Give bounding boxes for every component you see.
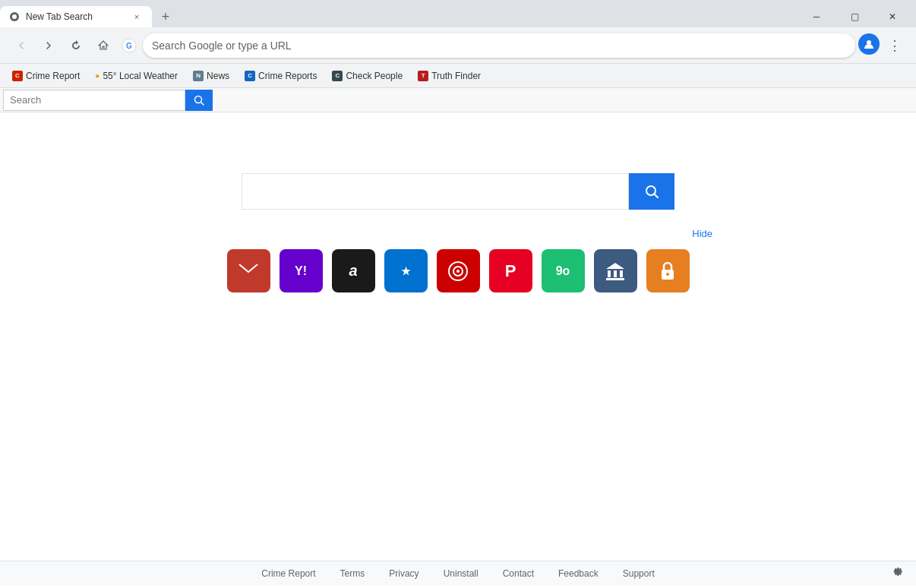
minimize-button[interactable]: ─ xyxy=(799,6,834,27)
tab-favicon xyxy=(9,11,20,22)
browser-menu-button[interactable]: ⋮ xyxy=(883,33,907,58)
account-button[interactable] xyxy=(858,33,880,55)
walmart-text: ★ xyxy=(401,265,411,277)
news-icon: N xyxy=(193,71,204,81)
svg-rect-13 xyxy=(614,270,617,277)
new-tab-button[interactable]: + xyxy=(155,6,176,27)
shortcut-fiverr[interactable]: 9o xyxy=(542,249,585,292)
center-search-input[interactable] xyxy=(242,173,629,210)
address-bar-text: Search Google or type a URL xyxy=(152,40,846,52)
footer-terms[interactable]: Terms xyxy=(340,568,365,579)
shortcut-bank[interactable] xyxy=(594,249,637,292)
bookmark-check-people[interactable]: C Check People xyxy=(326,68,409,84)
bookmark-truth-finder[interactable]: T Truth Finder xyxy=(412,68,487,84)
center-search-button[interactable] xyxy=(629,173,674,210)
back-button[interactable] xyxy=(9,33,33,58)
svg-point-18 xyxy=(666,273,669,276)
tab-close-button[interactable]: × xyxy=(131,11,143,23)
maximize-button[interactable]: ▢ xyxy=(837,6,872,27)
bookmark-news-label: News xyxy=(207,71,229,81)
center-search-container xyxy=(242,173,674,210)
tab-bar: New Tab Search × + ─ ▢ ✕ xyxy=(0,0,916,27)
bookmarks-bar: C Crime Report ● 55° Local Weather N New… xyxy=(0,64,916,88)
center-search-icon xyxy=(644,184,659,199)
truth-finder-icon: T xyxy=(418,71,428,81)
close-button[interactable]: ✕ xyxy=(875,6,910,27)
footer-feedback[interactable]: Feedback xyxy=(558,568,599,579)
svg-line-8 xyxy=(655,194,659,198)
yahoo-text: Y! xyxy=(295,264,307,278)
fiverr-text: 9o xyxy=(556,264,570,278)
browser-chrome: New Tab Search × + ─ ▢ ✕ G xyxy=(0,0,916,88)
search-icon xyxy=(194,95,204,106)
svg-line-6 xyxy=(201,102,204,105)
footer-privacy[interactable]: Privacy xyxy=(389,568,419,579)
active-tab[interactable]: New Tab Search × xyxy=(0,6,152,27)
footer-crime-report[interactable]: Crime Report xyxy=(261,568,315,579)
pinterest-text: P xyxy=(505,261,516,281)
svg-point-1 xyxy=(12,14,17,19)
nav-bar: G Search Google or type a URL ⋮ xyxy=(0,27,916,64)
settings-icon[interactable] xyxy=(889,564,904,579)
home-button[interactable] xyxy=(91,33,115,58)
bookmark-news[interactable]: N News xyxy=(187,68,235,84)
bookmark-truth-finder-label: Truth Finder xyxy=(431,71,481,81)
tab-title: New Tab Search xyxy=(26,11,125,22)
bookmark-crime-reports[interactable]: C Crime Reports xyxy=(238,68,323,84)
address-bar[interactable]: Search Google or type a URL xyxy=(143,33,855,58)
forward-button[interactable] xyxy=(36,33,61,58)
footer-uninstall[interactable]: Uninstall xyxy=(444,568,479,579)
bookmark-local-weather[interactable]: ● 55° Local Weather xyxy=(89,68,184,84)
footer-support[interactable]: Support xyxy=(623,568,655,579)
nav-right-buttons: ⋮ xyxy=(858,33,907,58)
footer-contact[interactable]: Contact xyxy=(503,568,534,579)
weather-dot: ● xyxy=(95,71,99,80)
shortcut-yahoo[interactable]: Y! xyxy=(280,249,323,292)
bookmark-crime-reports-label: Crime Reports xyxy=(258,71,317,81)
svg-marker-15 xyxy=(606,263,624,269)
google-logo: G xyxy=(122,38,137,53)
svg-rect-12 xyxy=(608,270,611,277)
crime-report-icon: C xyxy=(12,71,23,81)
page-body: Y! a ★ P 9o xyxy=(0,112,916,585)
shortcut-pinterest[interactable]: P xyxy=(489,249,532,292)
reload-button[interactable] xyxy=(64,33,88,58)
search-extension-bar xyxy=(0,88,916,112)
hide-link[interactable]: Hide xyxy=(692,228,712,239)
extension-search-input[interactable] xyxy=(4,90,185,110)
shortcut-amazon[interactable]: a xyxy=(332,249,375,292)
footer: Crime Report Terms Privacy Uninstall Con… xyxy=(0,561,916,585)
crime-reports-icon: C xyxy=(245,71,255,81)
bookmark-local-weather-label: 55° Local Weather xyxy=(103,71,178,81)
amazon-text: a xyxy=(349,262,357,280)
bookmark-check-people-label: Check People xyxy=(346,71,403,81)
svg-point-11 xyxy=(456,270,460,273)
shortcut-walmart[interactable]: ★ xyxy=(384,249,428,292)
bookmark-crime-report[interactable]: C Crime Report xyxy=(6,68,86,84)
shortcut-orange[interactable] xyxy=(646,249,690,292)
bookmark-crime-report-label: Crime Report xyxy=(26,71,80,81)
svg-rect-16 xyxy=(606,278,624,280)
shortcuts-container: Y! a ★ P 9o xyxy=(227,249,690,292)
shortcut-target[interactable] xyxy=(437,249,480,292)
extension-search-button[interactable] xyxy=(185,90,213,111)
svg-text:G: G xyxy=(126,42,132,50)
shortcut-gmail[interactable] xyxy=(227,249,270,292)
check-people-icon: C xyxy=(332,71,343,81)
svg-rect-14 xyxy=(620,270,623,277)
